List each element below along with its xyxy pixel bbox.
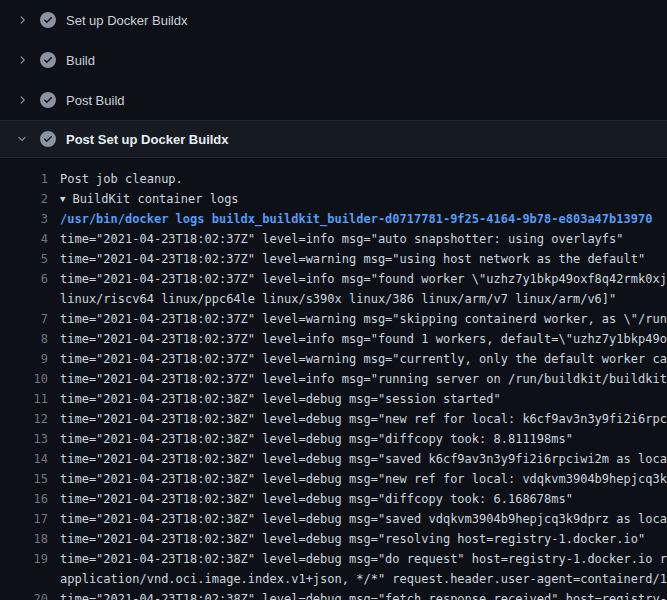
line-number[interactable]: 20 xyxy=(0,589,48,600)
chevron-right-icon xyxy=(14,92,30,108)
step-label: Post Build xyxy=(66,93,125,108)
line-text: time="2021-04-23T18:02:38Z" level=debug … xyxy=(48,529,667,549)
line-number[interactable]: 19 xyxy=(0,549,48,569)
group-expanded-icon[interactable]: ▼ xyxy=(60,189,65,209)
line-text: time="2021-04-23T18:02:37Z" level=info m… xyxy=(48,269,667,289)
line-number xyxy=(0,289,48,309)
log-line: 20time="2021-04-23T18:02:38Z" level=debu… xyxy=(0,589,667,600)
check-circle-icon xyxy=(40,12,56,28)
line-text: time="2021-04-23T18:02:38Z" level=debug … xyxy=(48,549,667,569)
line-text: time="2021-04-23T18:02:38Z" level=debug … xyxy=(48,449,667,469)
log-line: 11time="2021-04-23T18:02:38Z" level=debu… xyxy=(0,389,667,409)
line-text: time="2021-04-23T18:02:37Z" level=warnin… xyxy=(48,249,667,269)
line-number[interactable]: 8 xyxy=(0,329,48,349)
line-number[interactable]: 17 xyxy=(0,509,48,529)
log-line: 13time="2021-04-23T18:02:38Z" level=debu… xyxy=(0,429,667,449)
line-number[interactable]: 9 xyxy=(0,349,48,369)
step-post-set-up-docker-buildx[interactable]: Post Set up Docker Buildx xyxy=(0,120,667,158)
log-line: 3/usr/bin/docker logs buildx_buildkit_bu… xyxy=(0,209,667,229)
line-number[interactable]: 15 xyxy=(0,469,48,489)
line-text: time="2021-04-23T18:02:38Z" level=debug … xyxy=(48,469,667,489)
log-line-continuation: linux/riscv64 linux/ppc64le linux/s390x … xyxy=(0,289,667,309)
line-text: time="2021-04-23T18:02:38Z" level=debug … xyxy=(48,429,667,449)
command-text: /usr/bin/docker logs buildx_buildkit_bui… xyxy=(48,209,667,229)
log-line: 10time="2021-04-23T18:02:37Z" level=info… xyxy=(0,369,667,389)
line-text: application/vnd.oci.image.index.v1+json,… xyxy=(48,569,667,589)
log-line: 1Post job cleanup. xyxy=(0,169,667,189)
line-number[interactable]: 18 xyxy=(0,529,48,549)
line-number xyxy=(0,569,48,589)
step-set-up-docker-buildx[interactable]: Set up Docker Buildx xyxy=(0,0,667,40)
line-number[interactable]: 2 xyxy=(0,189,48,209)
line-text: time="2021-04-23T18:02:38Z" level=debug … xyxy=(48,389,667,409)
log-line: 6time="2021-04-23T18:02:37Z" level=info … xyxy=(0,269,667,289)
log-line: 19time="2021-04-23T18:02:38Z" level=debu… xyxy=(0,549,667,569)
step-label: Post Set up Docker Buildx xyxy=(66,132,229,147)
line-text: time="2021-04-23T18:02:37Z" level=warnin… xyxy=(48,349,667,369)
check-circle-icon xyxy=(40,131,56,147)
log-line-continuation: application/vnd.oci.image.index.v1+json,… xyxy=(0,569,667,589)
log-line: 16time="2021-04-23T18:02:38Z" level=debu… xyxy=(0,489,667,509)
log-output: 1Post job cleanup.2▼BuildKit container l… xyxy=(0,158,667,600)
chevron-right-icon xyxy=(14,52,30,68)
line-number[interactable]: 11 xyxy=(0,389,48,409)
line-number[interactable]: 1 xyxy=(0,169,48,189)
line-number[interactable]: 10 xyxy=(0,369,48,389)
steps-list: Set up Docker Buildx Build Post Build Po… xyxy=(0,0,667,158)
line-text: time="2021-04-23T18:02:38Z" level=debug … xyxy=(48,509,667,529)
line-text: time="2021-04-23T18:02:38Z" level=debug … xyxy=(48,489,667,509)
line-text: time="2021-04-23T18:02:37Z" level=info m… xyxy=(48,369,667,389)
log-line: 17time="2021-04-23T18:02:38Z" level=debu… xyxy=(0,509,667,529)
line-number[interactable]: 4 xyxy=(0,229,48,249)
chevron-right-icon xyxy=(14,12,30,28)
check-circle-icon xyxy=(40,92,56,108)
line-number[interactable]: 16 xyxy=(0,489,48,509)
log-line: 12time="2021-04-23T18:02:38Z" level=debu… xyxy=(0,409,667,429)
log-line: 2▼BuildKit container logs xyxy=(0,189,667,209)
log-line: 9time="2021-04-23T18:02:37Z" level=warni… xyxy=(0,349,667,369)
log-line: 14time="2021-04-23T18:02:38Z" level=debu… xyxy=(0,449,667,469)
line-number[interactable]: 14 xyxy=(0,449,48,469)
check-circle-icon xyxy=(40,52,56,68)
line-number[interactable]: 7 xyxy=(0,309,48,329)
line-text: Post job cleanup. xyxy=(48,169,667,189)
log-line: 15time="2021-04-23T18:02:38Z" level=debu… xyxy=(0,469,667,489)
log-line: 18time="2021-04-23T18:02:38Z" level=debu… xyxy=(0,529,667,549)
step-build[interactable]: Build xyxy=(0,40,667,80)
line-number[interactable]: 6 xyxy=(0,269,48,289)
line-text: time="2021-04-23T18:02:37Z" level=info m… xyxy=(48,229,667,249)
line-text: linux/riscv64 linux/ppc64le linux/s390x … xyxy=(48,289,667,309)
line-text: time="2021-04-23T18:02:38Z" level=debug … xyxy=(48,589,667,600)
log-line: 7time="2021-04-23T18:02:37Z" level=warni… xyxy=(0,309,667,329)
log-line: 4time="2021-04-23T18:02:37Z" level=info … xyxy=(0,229,667,249)
line-number[interactable]: 5 xyxy=(0,249,48,269)
step-label: Set up Docker Buildx xyxy=(66,13,187,28)
log-line: 8time="2021-04-23T18:02:37Z" level=info … xyxy=(0,329,667,349)
log-line: 5time="2021-04-23T18:02:37Z" level=warni… xyxy=(0,249,667,269)
line-text: time="2021-04-23T18:02:37Z" level=info m… xyxy=(48,329,667,349)
line-number[interactable]: 13 xyxy=(0,429,48,449)
group-title[interactable]: ▼BuildKit container logs xyxy=(48,189,667,209)
line-text: time="2021-04-23T18:02:37Z" level=warnin… xyxy=(48,309,667,329)
line-number[interactable]: 3 xyxy=(0,209,48,229)
line-text: time="2021-04-23T18:02:38Z" level=debug … xyxy=(48,409,667,429)
line-number[interactable]: 12 xyxy=(0,409,48,429)
step-label: Build xyxy=(66,53,95,68)
step-post-build[interactable]: Post Build xyxy=(0,80,667,120)
chevron-down-icon xyxy=(14,131,30,147)
